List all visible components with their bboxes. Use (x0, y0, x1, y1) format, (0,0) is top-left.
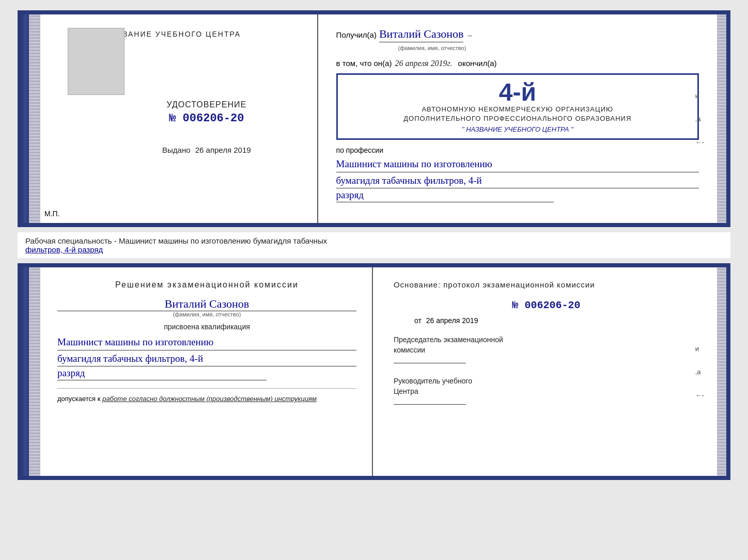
dash-top: – (467, 30, 472, 39)
protocol-number: № 006206-20 (394, 299, 699, 311)
v-tom-chto: в том, что он(а) 26 апреля 2019г. окончи… (336, 59, 699, 68)
resheniyem-title: Решением экзаменационной комиссии (57, 280, 356, 290)
side-labels-bottom: и ,а ←- (695, 345, 704, 399)
received-line: Получил(а) Виталий Сазонов – (336, 27, 699, 42)
photo-placeholder (68, 28, 124, 95)
predsedatel-line2: комиссии (394, 346, 425, 354)
predsedatel-line1: Председатель экзаменационной (394, 335, 503, 344)
handwritten-name-top: Виталий Сазонов (379, 27, 463, 42)
texture-strip-bottom-left (29, 267, 40, 476)
cert-date: 26 апреля 2019г. (395, 59, 452, 68)
rukovoditel-signature (394, 404, 466, 405)
stamp-line1: АВТОНОМНУЮ НЕКОММЕРЧЕСКУЮ ОРГАНИЗАЦИЮ (346, 105, 690, 114)
ot-date-line: от 26 апреля 2019 (414, 316, 699, 325)
top-certificate: НАЗВАНИЕ УЧЕБНОГО ЦЕНТРА УДОСТОВЕРЕНИЕ №… (18, 10, 730, 227)
side-label-a-bottom: ,а (695, 368, 704, 376)
middle-text: Рабочая специальность - Машинист машины … (25, 236, 327, 245)
handwritten-name-bottom: Виталий Сазонов (57, 297, 356, 311)
vydano-label: Выдано (162, 146, 191, 154)
side-label-arrow-bottom: ←- (695, 391, 704, 399)
v-tom-label: в том, что он(а) (336, 59, 392, 68)
side-label-i-bottom: и (695, 345, 704, 353)
dopuskaetsya-italic: работе согласно должностным (производств… (102, 395, 317, 403)
profession-line1: Машинист машины по изготовлению (336, 157, 699, 172)
cert-number-top: № 006206-20 (166, 112, 246, 125)
side-label-arrow: ←- (695, 138, 704, 146)
dopuskaetsya-label: допускается к (57, 395, 100, 403)
stamp-number: 4-й (346, 80, 690, 105)
rukovoditel-label: Руководитель учебного Центра (394, 376, 699, 405)
okonchil-label: окончил(а) (458, 59, 497, 68)
stamp-line3: " НАЗВАНИЕ УЧЕБНОГО ЦЕНТРА " (346, 125, 690, 133)
razryad-top: разряд (336, 189, 554, 202)
middle-underlined: фильтров, 4-й разряд (25, 245, 103, 254)
predsedatel-label: Председатель экзаменационной комиссии (394, 335, 699, 363)
cert-spine-left (22, 14, 29, 223)
vydano-date: 26 апреля 2019 (195, 146, 251, 154)
cert-spine-bottom-left (22, 267, 29, 476)
udostoverenie-label: УДОСТОВЕРЕНИЕ (166, 100, 246, 109)
top-cert-outer-right-strip (717, 14, 726, 223)
cert-number-section: УДОСТОВЕРЕНИЕ № 006206-20 (166, 100, 246, 125)
bottom-left-panel: Решением экзаменационной комиссии Витали… (29, 267, 373, 476)
osnovanie-label: Основание: протокол экзаменационной коми… (394, 280, 699, 289)
bottom-cert-outer-right-strip (717, 267, 726, 476)
middle-strip: Рабочая специальность - Машинист машины … (18, 232, 730, 258)
side-label-i: и (695, 92, 704, 100)
prisvoena-label: присвоена квалификация (57, 323, 356, 331)
bottom-profession-line2: бумагидля табачных фильтров, 4-й (57, 351, 356, 367)
fio-label-bottom: (фамилия, имя, отчество) (57, 311, 356, 317)
bottom-razryad: разряд (57, 367, 267, 380)
side-label-a: ,а (695, 115, 704, 123)
stamp-box: 4-й АВТОНОМНУЮ НЕКОММЕРЧЕСКУЮ ОРГАНИЗАЦИ… (336, 73, 699, 140)
mp-label: М.П. (44, 210, 60, 218)
poluchil-label: Получил(а) (336, 30, 377, 39)
bottom-right-panel: Основание: протокол экзаменационной коми… (373, 267, 717, 476)
cert-right-panel: Получил(а) Виталий Сазонов – (фамилия, и… (318, 14, 717, 223)
fio-label-top: (фамилия, имя, отчество) (398, 45, 699, 51)
rukovoditel-line1: Руководитель учебного (394, 377, 472, 385)
bottom-certificate: Решением экзаменационной комиссии Витали… (18, 263, 730, 480)
school-name-label: НАЗВАНИЕ УЧЕБНОГО ЦЕНТРА (105, 30, 241, 38)
protocol-date: 26 апреля 2019 (426, 316, 478, 325)
bottom-profession-line1: Машинист машины по изготовлению (57, 335, 356, 350)
texture-strip-left (29, 14, 40, 223)
stamp-line2: ДОПОЛНИТЕЛЬНОГО ПРОФЕССИОНАЛЬНОГО ОБРАЗО… (346, 114, 690, 123)
po-professii: по профессии (336, 146, 699, 154)
ot-label: от (414, 316, 422, 325)
profession-line2: бумагидля табачных фильтров, 4-й (336, 173, 699, 189)
rukovoditel-line2: Центра (394, 387, 418, 395)
cert-left-panel: НАЗВАНИЕ УЧЕБНОГО ЦЕНТРА УДОСТОВЕРЕНИЕ №… (29, 14, 318, 223)
predsedatel-signature (394, 363, 466, 363)
side-labels-top: и ,а ←- (695, 92, 704, 146)
